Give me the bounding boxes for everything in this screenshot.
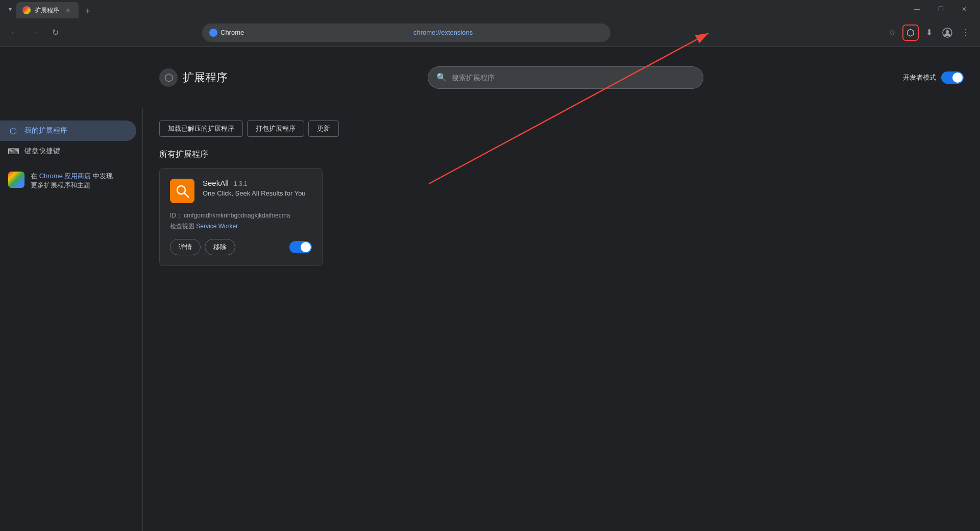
ext-toggle-thumb xyxy=(301,242,311,252)
toolbar-icons: ☆ ⬡ ⬇ ⋮ xyxy=(884,25,974,41)
ext-icon xyxy=(170,179,194,203)
forward-button[interactable]: → xyxy=(27,25,43,41)
my-extensions-icon: ⬡ xyxy=(8,126,18,136)
refresh-button[interactable]: ↻ xyxy=(47,25,63,41)
store-text-prefix: 在 xyxy=(31,172,37,180)
ext-info: SeekAll 1.3.1 One Click, Seek All Result… xyxy=(203,179,312,197)
titlebar-right: — ❐ ✕ xyxy=(905,0,976,18)
page-header: ⬡ 扩展程序 🔍 开发者模式 xyxy=(143,47,980,108)
ext-actions: 详情 移除 xyxy=(170,239,235,255)
extension-card-seekall: SeekAll 1.3.1 One Click, Seek All Result… xyxy=(159,168,323,266)
top-actions: 加载已解压的扩展程序 打包扩展程序 更新 xyxy=(159,120,964,137)
address-content: Chrome chrome://extensions xyxy=(209,29,603,37)
main-layout: ⬡ 扩展程序 🔍 开发者模式 ⬡ 我的扩展程序 ⌨ 键盘快捷键 xyxy=(0,47,980,531)
tab-label: 扩展程序 xyxy=(35,6,59,15)
dev-mode-label: 开发者模式 xyxy=(903,73,936,82)
ext-id-row: ID： cmfgomdhkmknhbgbdnagkjkdaifnecma xyxy=(170,211,312,220)
dev-mode-toggle[interactable] xyxy=(941,71,964,84)
ext-name: SeekAll 1.3.1 xyxy=(203,179,312,187)
ext-header: SeekAll 1.3.1 One Click, Seek All Result… xyxy=(170,179,312,203)
sidebar-item-keyboard-shortcuts-label: 键盘快捷键 xyxy=(24,147,60,156)
sidebar-store[interactable]: 在 Chrome 应用商店 中发现更多扩展程序和主题 xyxy=(0,165,142,196)
tab-close-button[interactable]: ✕ xyxy=(63,6,72,15)
ext-worker-row: 检查视图 Service Worker xyxy=(170,222,312,231)
page-title: 扩展程序 xyxy=(183,70,228,85)
tab-bar: 扩展程序 ✕ + xyxy=(16,0,905,18)
ext-desc: One Click, Seek All Results for You xyxy=(203,189,312,197)
search-container: 🔍 xyxy=(236,66,895,89)
search-input[interactable] xyxy=(452,74,695,82)
new-tab-button[interactable]: + xyxy=(81,4,95,18)
active-tab[interactable]: 扩展程序 ✕ xyxy=(16,2,79,18)
ext-footer: 详情 移除 xyxy=(170,239,312,255)
titlebar-left: ▾ xyxy=(4,3,16,15)
titlebar-chevron[interactable]: ▾ xyxy=(4,3,16,15)
download-icon[interactable]: ⬇ xyxy=(921,25,937,41)
ext-worker-label: 检查视图 xyxy=(170,223,194,230)
address-bar[interactable]: Chrome chrome://extensions xyxy=(202,23,610,42)
dev-mode-container: 开发者模式 xyxy=(903,71,964,84)
store-icon xyxy=(8,172,24,188)
ext-enabled-toggle[interactable] xyxy=(289,241,312,253)
maximize-button[interactable]: ❐ xyxy=(929,0,952,18)
minimize-button[interactable]: — xyxy=(905,0,929,18)
close-button[interactable]: ✕ xyxy=(952,0,976,18)
ext-id-label: ID： xyxy=(170,212,182,219)
sidebar-item-my-extensions[interactable]: ⬡ 我的扩展程序 xyxy=(0,120,136,141)
svg-point-1 xyxy=(946,30,949,33)
ext-id-value: cmfgomdhkmknhbgbdnagkjkdaifnecma xyxy=(184,212,290,219)
back-button[interactable]: ← xyxy=(6,25,22,41)
ext-remove-button[interactable]: 移除 xyxy=(205,239,235,255)
svg-line-3 xyxy=(184,193,188,197)
sidebar: ⬡ 我的扩展程序 ⌨ 键盘快捷键 在 Chrome 应用商店 中发现更多扩展程序… xyxy=(0,108,143,531)
store-text: 在 Chrome 应用商店 中发现更多扩展程序和主题 xyxy=(31,172,113,190)
extensions-toolbar-icon[interactable]: ⬡ xyxy=(902,25,919,41)
address-url-prefix: Chrome xyxy=(220,29,410,36)
tab-favicon xyxy=(22,6,31,14)
pack-extension-button[interactable]: 打包扩展程序 xyxy=(247,120,304,137)
ext-details-button[interactable]: 详情 xyxy=(170,239,201,255)
search-icon: 🔍 xyxy=(436,73,447,82)
sidebar-nav: ⬡ 我的扩展程序 ⌨ 键盘快捷键 xyxy=(0,120,142,161)
load-unpacked-button[interactable]: 加载已解压的扩展程序 xyxy=(159,120,243,137)
bookmark-icon[interactable]: ☆ xyxy=(884,25,900,41)
toggle-thumb xyxy=(952,73,963,83)
sidebar-item-my-extensions-label: 我的扩展程序 xyxy=(24,126,67,135)
titlebar: ▾ 扩展程序 ✕ + — ❐ ✕ xyxy=(0,0,980,18)
update-button[interactable]: 更新 xyxy=(308,120,339,137)
navbar: ← → ↻ Chrome chrome://extensions ☆ ⬡ ⬇ ⋮ xyxy=(0,18,980,47)
address-favicon xyxy=(209,29,217,37)
service-worker-link[interactable]: Service Worker xyxy=(196,223,238,230)
ext-version: 1.3.1 xyxy=(234,180,248,187)
search-bar[interactable]: 🔍 xyxy=(428,66,703,89)
content-area: 加载已解压的扩展程序 打包扩展程序 更新 所有扩展程序 SeekAll 1.3.… xyxy=(143,108,980,531)
store-link[interactable]: Chrome 应用商店 xyxy=(39,172,91,180)
address-url: chrome://extensions xyxy=(413,29,603,36)
keyboard-shortcuts-icon: ⌨ xyxy=(8,146,18,156)
ext-details: ID： cmfgomdhkmknhbgbdnagkjkdaifnecma 检查视… xyxy=(170,211,312,231)
sidebar-item-keyboard-shortcuts[interactable]: ⌨ 键盘快捷键 xyxy=(0,141,136,161)
section-title: 所有扩展程序 xyxy=(159,149,964,160)
extensions-logo: ⬡ xyxy=(159,68,178,87)
profile-icon[interactable] xyxy=(939,25,955,41)
menu-icon[interactable]: ⋮ xyxy=(958,25,974,41)
